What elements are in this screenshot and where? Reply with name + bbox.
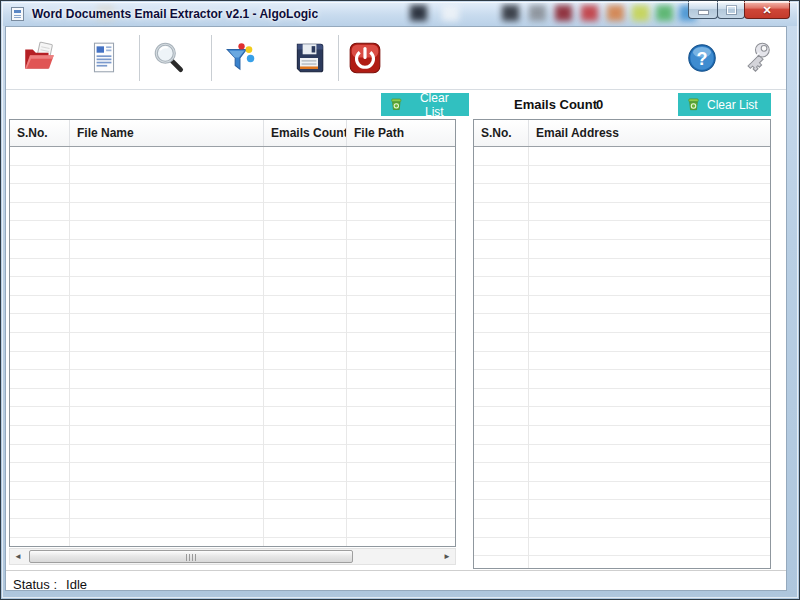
clear-files-list-button[interactable]: Clear List xyxy=(381,93,469,116)
search-button[interactable] xyxy=(151,40,187,76)
trash-bin-icon xyxy=(686,97,701,112)
status-label: Status : xyxy=(13,577,57,592)
clear-list-label: Clear List xyxy=(707,98,758,112)
maximize-icon xyxy=(727,6,736,14)
question-mark-icon: ? xyxy=(684,40,720,76)
wallpaper-blob xyxy=(581,5,598,21)
files-table-header: S.No. File Name Emails Count File Path xyxy=(10,120,455,147)
files-column-sno xyxy=(10,147,70,546)
wallpaper-blob xyxy=(502,5,519,21)
status-bar: Status :Idle xyxy=(6,571,786,590)
word-document-icon xyxy=(86,40,122,76)
app-window: Word Documents Email Extractor v2.1 - Al… xyxy=(0,0,800,600)
scrollbar-grip-icon xyxy=(186,554,197,561)
toolbar-separator xyxy=(139,35,140,81)
column-header-file-path: File Path xyxy=(347,120,455,146)
scroll-left-arrow-icon[interactable]: ◄ xyxy=(10,549,26,564)
column-header-sno: S.No. xyxy=(474,120,529,146)
files-column-file-path xyxy=(347,147,455,546)
magnifier-icon xyxy=(151,40,187,76)
word-document-button[interactable] xyxy=(86,40,122,76)
column-header-file-name: File Name xyxy=(70,120,264,146)
svg-text:?: ? xyxy=(697,49,708,69)
emails-table-body xyxy=(474,147,770,568)
emails-table: S.No. Email Address xyxy=(473,119,771,569)
funnel-icon xyxy=(223,40,259,76)
column-header-emails-count: Emails Count xyxy=(264,120,347,146)
files-table-hscrollbar[interactable]: ◄ ► xyxy=(9,548,456,565)
content-area: ? xyxy=(5,26,787,591)
open-folder-icon xyxy=(21,40,57,76)
key-icon xyxy=(738,40,774,76)
hscrollbar-thumb[interactable] xyxy=(29,550,353,563)
close-button[interactable]: ✕ xyxy=(744,1,790,19)
emails-column-sno xyxy=(474,147,529,568)
emails-count-label: Emails Count xyxy=(514,97,597,112)
minimize-icon xyxy=(698,10,709,15)
title-bar[interactable]: Word Documents Email Extractor v2.1 - Al… xyxy=(2,2,798,26)
register-button[interactable] xyxy=(738,40,774,76)
trash-bin-icon xyxy=(389,97,404,112)
clear-emails-list-button[interactable]: Clear List xyxy=(678,93,771,116)
files-table: S.No. File Name Emails Count File Path xyxy=(9,119,456,547)
close-icon: ✕ xyxy=(762,2,771,18)
window-title: Word Documents Email Extractor v2.1 - Al… xyxy=(32,7,318,21)
wallpaper-blob xyxy=(555,5,572,21)
wallpaper-blob xyxy=(410,5,427,21)
toolbar-separator xyxy=(211,35,212,81)
clear-list-label: Clear List xyxy=(410,91,459,119)
power-icon xyxy=(347,40,383,76)
open-files-button[interactable] xyxy=(21,40,57,76)
files-column-file-name xyxy=(70,147,264,546)
emails-column-email-address xyxy=(529,147,770,568)
wallpaper-blob xyxy=(656,5,673,21)
emails-count-value: 0 xyxy=(596,97,603,112)
column-header-sno: S.No. xyxy=(10,120,70,146)
list-controls-bar: Clear List Emails Count 0 Clear List xyxy=(6,90,786,118)
emails-table-header: S.No. Email Address xyxy=(474,120,770,147)
floppy-disk-icon xyxy=(291,40,327,76)
wallpaper-blob xyxy=(529,5,546,21)
app-icon xyxy=(11,7,24,21)
column-header-email-address: Email Address xyxy=(529,120,770,146)
save-button[interactable] xyxy=(291,40,327,76)
filter-button[interactable] xyxy=(223,40,259,76)
maximize-button[interactable] xyxy=(717,1,745,19)
wallpaper-blob xyxy=(607,5,624,21)
toolbar-separator xyxy=(338,35,339,81)
scroll-right-arrow-icon[interactable]: ► xyxy=(439,549,455,564)
wallpaper-blob xyxy=(632,5,649,21)
toolbar: ? xyxy=(6,27,786,90)
minimize-button[interactable] xyxy=(688,1,718,19)
files-column-emails-count xyxy=(264,147,347,546)
window-controls: ✕ xyxy=(688,1,790,19)
files-table-body xyxy=(10,147,455,546)
exit-button[interactable] xyxy=(347,40,383,76)
status-value: Idle xyxy=(66,577,87,592)
wallpaper-blob xyxy=(442,5,459,21)
help-button[interactable]: ? xyxy=(684,40,720,76)
